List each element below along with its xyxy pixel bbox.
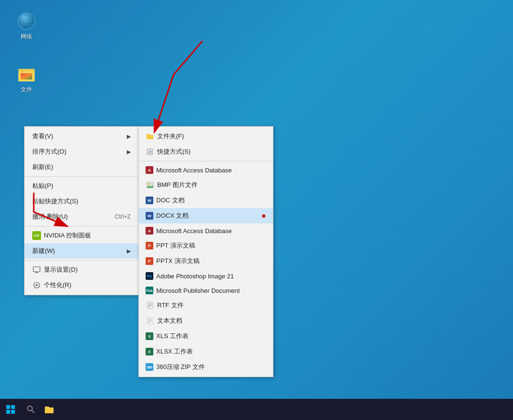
files-label: 文件 <box>21 86 32 94</box>
text-icon <box>146 316 154 325</box>
start-button[interactable] <box>0 399 21 420</box>
ctx-view[interactable]: 查看(V) ▶ <box>25 129 138 144</box>
ppt-icon: P <box>146 242 153 249</box>
sub-photoshop[interactable]: Ps Adobe Photoshop Image 21 <box>139 269 273 283</box>
ctx-sep-1 <box>25 176 138 177</box>
svg-rect-40 <box>45 407 49 409</box>
sub-doc[interactable]: W DOC 文档 <box>139 193 273 208</box>
xls-icon: X <box>146 332 153 340</box>
desktop: 网络 文件 <box>0 0 513 420</box>
svg-rect-34 <box>11 405 15 409</box>
svg-point-21 <box>148 183 149 185</box>
sub-photoshop-label: Adobe Photoshop Image 21 <box>156 273 234 280</box>
xlsx-icon: X <box>146 348 153 355</box>
sub-publisher[interactable]: Pub Microsoft Publisher Document <box>139 283 273 298</box>
svg-rect-8 <box>18 69 26 72</box>
sub-text-label: 文本文档 <box>157 316 182 325</box>
svg-rect-35 <box>6 410 10 414</box>
desktop-icon-files[interactable]: 文件 <box>10 63 43 96</box>
sub-rtf-label: RTF 文件 <box>157 301 184 310</box>
svg-rect-11 <box>33 267 40 272</box>
sub-xls[interactable]: X XLS 工作表 <box>139 328 273 344</box>
sub-zip360-label: 360压缩 ZIP 文件 <box>156 363 205 371</box>
sub-xls-label: XLS 工作表 <box>156 332 189 341</box>
ctx-sort[interactable]: 排序方式(O) ▶ <box>25 144 138 159</box>
docx-icon: W <box>146 212 153 220</box>
svg-rect-33 <box>6 405 10 409</box>
red-arrow-1 <box>29 188 87 236</box>
ctx-personalize-label: 个性化(R) <box>44 281 71 289</box>
ctx-sep-3 <box>25 260 138 261</box>
sub-access2-label: Microsoft Access Database <box>156 227 232 235</box>
file-explorer-icon <box>44 405 54 414</box>
sub-text[interactable]: 文本文档 <box>139 313 273 328</box>
sub-doc-label: DOC 文档 <box>156 196 185 205</box>
search-button[interactable] <box>22 399 40 420</box>
search-icon <box>27 405 35 414</box>
ctx-new[interactable]: 新建(W) ▶ <box>25 243 138 259</box>
ctx-display-label: 显示设置(D) <box>44 265 78 274</box>
files-icon <box>17 65 36 84</box>
access-icon: A <box>146 166 153 174</box>
sub-docx[interactable]: W DOCX 文档 ● <box>139 208 273 223</box>
sub-xlsx-label: XLSX 工作表 <box>156 347 193 356</box>
publisher-icon: Pub <box>146 287 153 294</box>
sub-xlsx[interactable]: X XLSX 工作表 <box>139 344 273 359</box>
sub-access2[interactable]: A Microsoft Access Database <box>139 223 273 238</box>
rtf-icon <box>146 301 154 310</box>
sub-pptx-label: PPTX 演示文稿 <box>156 257 200 265</box>
ctx-refresh[interactable]: 刷新(E) <box>25 159 138 175</box>
ctx-view-label: 查看(V) <box>32 132 53 141</box>
submenu-new: 文件夹(F) ↗ 快捷方式(S) A Microsoft Access Data… <box>138 126 273 377</box>
sub-rtf[interactable]: RTF 文件 <box>139 298 273 313</box>
ctx-new-arrow: ▶ <box>127 248 131 254</box>
ctx-sort-arrow: ▶ <box>127 149 131 155</box>
sub-sep-1 <box>139 161 273 161</box>
ctx-undo-shortcut: Ctrl+Z <box>115 213 131 220</box>
svg-line-38 <box>32 410 34 413</box>
personalize-icon <box>32 281 41 289</box>
sub-publisher-label: Microsoft Publisher Document <box>156 287 240 294</box>
svg-rect-10 <box>21 73 32 79</box>
sub-pptx[interactable]: P PPTX 演示文稿 <box>139 253 273 269</box>
zip360-icon: 360 <box>146 363 153 371</box>
sub-ppt[interactable]: P PPT 演示文稿 <box>139 238 273 253</box>
file-explorer-button[interactable] <box>40 399 58 420</box>
network-label: 网络 <box>21 33 32 41</box>
taskbar <box>0 399 513 420</box>
svg-point-15 <box>36 284 38 286</box>
sub-access-label: Microsoft Access Database <box>156 167 232 174</box>
photoshop-icon: Ps <box>146 272 153 280</box>
ctx-sort-label: 排序方式(O) <box>32 147 67 156</box>
windows-logo-icon <box>6 405 15 414</box>
ctx-personalize[interactable]: 个性化(R) <box>25 277 138 293</box>
pptx-icon: P <box>146 257 153 265</box>
sub-ppt-label: PPT 演示文稿 <box>156 241 195 250</box>
sub-zip360[interactable]: 360 360压缩 ZIP 文件 <box>139 359 273 375</box>
doc-icon: W <box>146 197 153 204</box>
sub-access[interactable]: A Microsoft Access Database <box>139 163 273 177</box>
sub-docx-label: DOCX 文档 <box>156 211 189 220</box>
bmp-icon <box>146 181 154 189</box>
sub-bmp[interactable]: BMP 图片文件 <box>139 177 273 193</box>
svg-point-5 <box>18 13 35 29</box>
ctx-refresh-label: 刷新(E) <box>32 163 53 171</box>
network-icon <box>17 12 36 31</box>
desktop-icon-network[interactable]: 网络 <box>10 10 43 43</box>
ctx-display[interactable]: 显示设置(D) <box>25 262 138 277</box>
sub-bmp-label: BMP 图片文件 <box>157 181 198 189</box>
docx-indicator: ● <box>261 212 266 220</box>
access2-icon: A <box>146 227 153 235</box>
svg-point-37 <box>27 406 32 411</box>
svg-rect-36 <box>11 410 15 414</box>
red-arrow-2 <box>145 36 231 157</box>
ctx-view-arrow: ▶ <box>127 133 131 140</box>
ctx-new-label: 新建(W) <box>32 247 55 255</box>
display-icon <box>32 265 41 274</box>
